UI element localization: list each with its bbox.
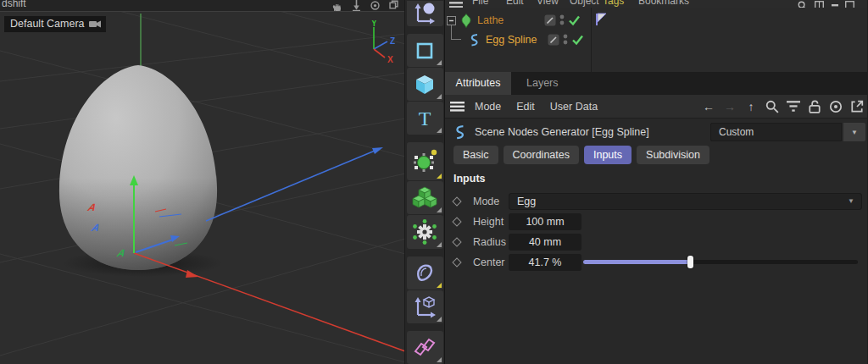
height-input[interactable]: 100 mm	[509, 213, 581, 230]
om-search-icon[interactable]	[798, 1, 807, 8]
om-minimize-icon[interactable]	[832, 4, 838, 7]
pan-hand-icon[interactable]	[331, 0, 343, 11]
hamburger-menu-icon[interactable]	[449, 2, 463, 8]
camera-label[interactable]: Default Camera	[4, 16, 106, 32]
target-mode-icon[interactable]	[829, 100, 843, 113]
app-window: A A A dshift	[0, 0, 868, 364]
mode-dropdown[interactable]: Egg ▼	[509, 193, 862, 210]
om-layout-icon[interactable]	[815, 1, 824, 8]
preset-dropdown-button[interactable]: ▼	[843, 123, 865, 141]
up-arrow-icon[interactable]: ↑	[744, 100, 758, 113]
dolly-zoom-icon[interactable]	[351, 0, 362, 11]
axis-orientation-widget[interactable]: Y Z X	[355, 20, 398, 69]
tool-spline-lathe-button[interactable]	[407, 1, 443, 26]
flyout-corner	[437, 357, 442, 362]
egg-object[interactable]	[59, 65, 217, 270]
cube-icon	[412, 72, 437, 97]
viewport-3d[interactable]: A A A dshift	[0, 0, 405, 364]
rotate-view-icon[interactable]	[370, 0, 381, 11]
param-label-center: Center	[473, 256, 505, 268]
menu-bookmarks[interactable]: Bookmarks	[638, 0, 689, 7]
amenu-edit[interactable]: Edit	[516, 101, 535, 113]
green-cubes-icon	[412, 185, 437, 211]
flyout-corner	[437, 128, 442, 133]
preset-value: Custom	[719, 126, 754, 138]
center-input[interactable]: 41.7 %	[509, 254, 581, 271]
tool-volume-button[interactable]	[407, 181, 443, 214]
menu-view[interactable]: View	[537, 0, 559, 7]
param-diamond-icon[interactable]	[452, 217, 461, 226]
filter-icon[interactable]	[787, 100, 800, 113]
tab-coordinates[interactable]: Coordinates	[504, 146, 579, 164]
visibility-dots-icon[interactable]	[559, 14, 565, 27]
param-diamond-icon[interactable]	[452, 196, 461, 206]
menu-object[interactable]: Object	[570, 0, 599, 7]
param-row-height: Height 100 mm	[445, 212, 867, 230]
collapse-toggle-icon[interactable]	[447, 16, 456, 25]
param-diamond-icon[interactable]	[452, 237, 461, 246]
axis-cube-icon	[412, 294, 437, 319]
hamburger-menu-icon[interactable]	[450, 102, 465, 112]
enable-toggle-icon[interactable]	[548, 34, 559, 46]
tab-layers[interactable]: Layers	[511, 72, 574, 95]
tool-rectangle-spline-button[interactable]	[407, 34, 443, 67]
tool-deformer-button[interactable]	[407, 256, 443, 290]
slider-handle[interactable]	[687, 256, 693, 268]
phong-tag-icon[interactable]	[595, 13, 608, 26]
preset-dropdown[interactable]: Custom	[710, 123, 842, 141]
visibility-dots-icon[interactable]	[562, 33, 569, 47]
object-name-egg-spline[interactable]: Egg Spline	[486, 34, 537, 46]
tab-inputs[interactable]: Inputs	[584, 146, 632, 164]
gear-field-icon	[411, 218, 438, 245]
enable-toggle-icon[interactable]	[544, 14, 556, 26]
tool-text-spline-button[interactable]: T	[407, 102, 443, 135]
axis-label-z: Z	[390, 36, 395, 46]
tag-column-divider	[591, 8, 592, 72]
tool-null-axis-button[interactable]	[407, 290, 443, 323]
tool-instance-button[interactable]	[407, 331, 443, 364]
maximize-view-icon[interactable]	[388, 0, 399, 11]
viewport-nav-icons	[331, 0, 399, 11]
menu-edit[interactable]: Edit	[506, 0, 524, 7]
param-diamond-icon[interactable]	[452, 257, 461, 267]
menu-tags[interactable]: Tags	[603, 0, 624, 7]
amenu-mode[interactable]: Mode	[475, 101, 501, 113]
curved-shape-icon	[412, 260, 437, 285]
popout-panel-icon[interactable]	[850, 100, 864, 113]
flyout-corner	[437, 60, 442, 65]
tab-attributes[interactable]: Attributes	[445, 72, 511, 95]
inputs-group-heading: Inputs	[453, 173, 486, 185]
enabled-check-icon[interactable]	[568, 14, 581, 26]
camera-label-text: Default Camera	[10, 18, 85, 30]
axis-sphere-icon	[412, 1, 437, 26]
slider-fill	[583, 260, 690, 264]
lock-open-icon[interactable]	[808, 100, 821, 113]
axis-label-y: Y	[371, 20, 377, 28]
axis-x-line[interactable]	[134, 253, 405, 351]
tool-field-button[interactable]	[407, 215, 443, 248]
object-name-lathe[interactable]: Lathe	[477, 14, 504, 26]
center-slider[interactable]	[583, 253, 858, 271]
search-icon[interactable]	[765, 100, 779, 113]
viewport-canvas[interactable]: A A A	[0, 0, 405, 364]
amenu-user-data[interactable]: User Data	[550, 101, 598, 113]
tab-subdivision[interactable]: Subdivision	[637, 146, 709, 164]
lathe-toggles	[544, 11, 581, 30]
forward-arrow-icon[interactable]: →	[723, 100, 737, 113]
tool-generator-button[interactable]	[407, 142, 443, 180]
generator-sphere-icon	[411, 148, 438, 175]
flyout-corner	[437, 317, 442, 322]
enabled-check-icon[interactable]	[571, 34, 584, 46]
menu-file[interactable]: File	[472, 0, 488, 7]
tool-strip: T	[405, 0, 445, 364]
tab-basic[interactable]: Basic	[453, 146, 498, 164]
mode-value: Egg	[517, 196, 536, 207]
radius-input[interactable]: 40 mm	[509, 234, 581, 251]
pink-parallelograms-icon	[412, 334, 437, 360]
lathe-object-icon	[459, 14, 473, 28]
back-arrow-icon[interactable]: ←	[702, 100, 715, 113]
param-label-height: Height	[473, 216, 504, 228]
om-popout-icon[interactable]	[845, 1, 854, 8]
tool-cube-primitive-button[interactable]	[407, 68, 443, 101]
viewport-menu-redshift[interactable]: dshift	[2, 0, 26, 9]
